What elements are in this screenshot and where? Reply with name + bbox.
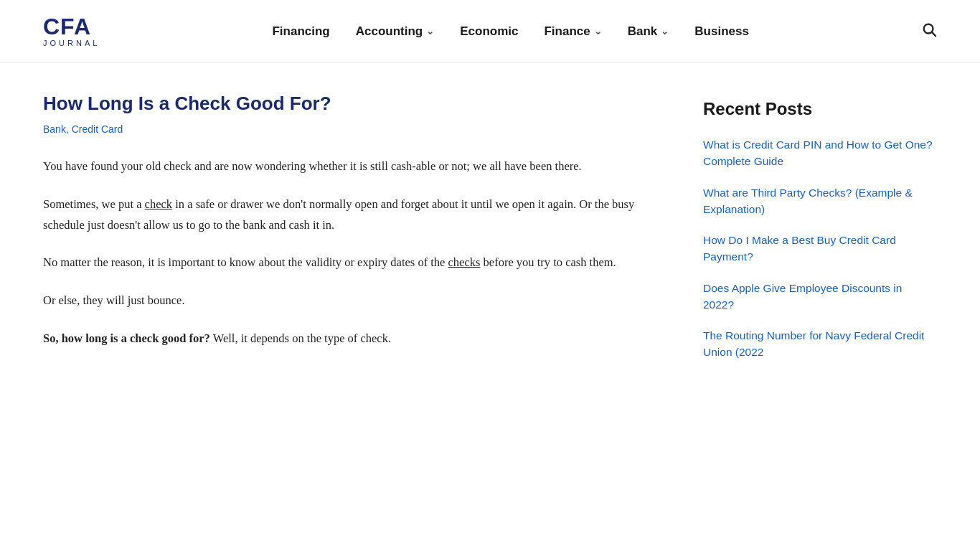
site-logo[interactable]: CFA JOURNAL	[43, 15, 100, 47]
recent-post-link-2[interactable]: What are Third Party Checks? (Example & …	[703, 184, 933, 218]
chevron-down-icon: ⌄	[594, 26, 602, 37]
recent-post-link-5[interactable]: The Routing Number for Navy Federal Cred…	[703, 327, 933, 361]
logo-cfa: CFA	[43, 15, 91, 38]
recent-post-link-3[interactable]: How Do I Make a Best Buy Credit Card Pay…	[703, 232, 933, 265]
bold-question: So, how long is a check good for?	[43, 331, 210, 345]
nav-accounting[interactable]: Accounting ⌄	[356, 24, 435, 39]
main-nav: Financing Accounting ⌄ Economic Finance …	[272, 24, 748, 39]
article-meta: Bank, Credit Card	[43, 123, 660, 135]
paragraph-1: You have found your old check and are no…	[43, 156, 660, 177]
sidebar: Recent Posts What is Credit Card PIN and…	[703, 92, 933, 375]
recent-posts-title: Recent Posts	[703, 99, 933, 119]
checks-link[interactable]: checks	[448, 255, 481, 269]
chevron-down-icon: ⌄	[426, 26, 434, 37]
nav-financing[interactable]: Financing	[272, 24, 329, 39]
article-title: How Long Is a Check Good For?	[43, 92, 660, 116]
chevron-down-icon: ⌄	[661, 26, 669, 37]
logo-journal: JOURNAL	[43, 39, 100, 47]
list-item: Does Apple Give Employee Discounts in 20…	[703, 280, 933, 314]
paragraph-3: No matter the reason, it is important to…	[43, 253, 660, 273]
nav-bank[interactable]: Bank ⌄	[628, 24, 669, 39]
nav-economic[interactable]: Economic	[460, 24, 518, 39]
list-item: The Routing Number for Navy Federal Cred…	[703, 327, 933, 361]
recent-post-link-1[interactable]: What is Credit Card PIN and How to Get O…	[703, 136, 933, 170]
list-item: What is Credit Card PIN and How to Get O…	[703, 136, 933, 170]
nav-finance[interactable]: Finance ⌄	[544, 24, 601, 39]
main-content: How Long Is a Check Good For? Bank, Cred…	[43, 92, 660, 375]
list-item: What are Third Party Checks? (Example & …	[703, 184, 933, 218]
meta-bank-link[interactable]: Bank	[43, 123, 66, 135]
paragraph-2: Sometimes, we put a check in a safe or d…	[43, 194, 660, 236]
nav-business[interactable]: Business	[694, 24, 749, 39]
page-wrapper: How Long Is a Check Good For? Bank, Cred…	[0, 63, 980, 404]
article-body: You have found your old check and are no…	[43, 156, 660, 349]
paragraph-4: Or else, they will just bounce.	[43, 291, 660, 311]
list-item: How Do I Make a Best Buy Credit Card Pay…	[703, 232, 933, 265]
svg-line-1	[932, 32, 936, 36]
meta-credit-card-link[interactable]: Credit Card	[72, 123, 123, 135]
paragraph-5: So, how long is a check good for? Well, …	[43, 329, 660, 349]
site-header: CFA JOURNAL Financing Accounting ⌄ Econo…	[0, 0, 980, 63]
search-icon[interactable]	[921, 22, 937, 41]
recent-post-link-4[interactable]: Does Apple Give Employee Discounts in 20…	[703, 280, 933, 314]
check-link[interactable]: check	[145, 197, 172, 211]
recent-posts-list: What is Credit Card PIN and How to Get O…	[703, 136, 933, 361]
